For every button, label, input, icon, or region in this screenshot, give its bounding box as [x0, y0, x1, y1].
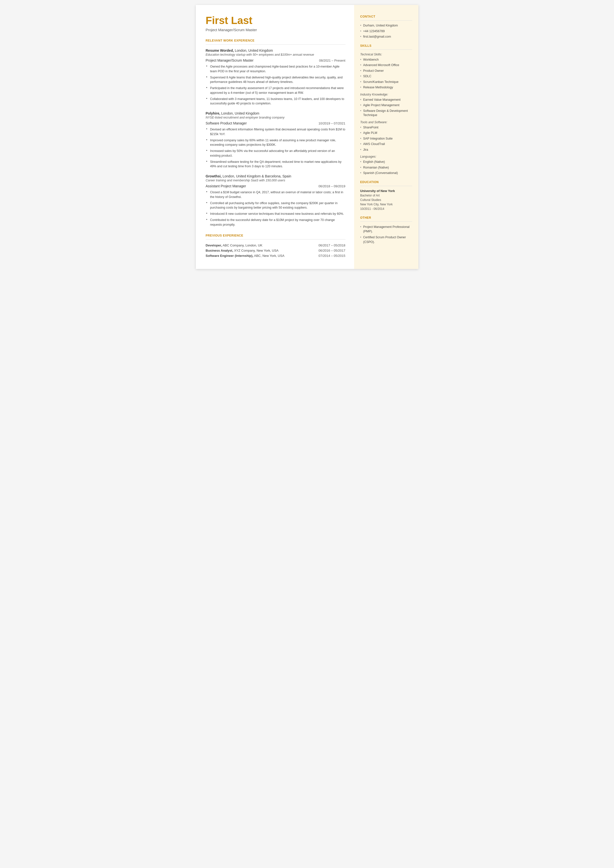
other-item-2: Certified Scrum Product Owner (CSPO).: [360, 235, 412, 244]
bullet-item: Collaborated with 3 management teams, 11…: [206, 97, 346, 106]
bullet-item: Closed a $1M budget variance in Q4, 2017…: [206, 190, 346, 199]
job-3-desc: Career training and membership SaaS with…: [206, 179, 346, 182]
prev-exp-1-bold: Developer,: [206, 244, 222, 247]
skill-item: Earned Value Management: [360, 98, 412, 102]
job-2: Polyhire, London, United Kingdom NYSE-li…: [206, 111, 346, 169]
job-3: Growthsi, London, United Kingdom & Barce…: [206, 174, 346, 227]
prev-exp-2-dates: 06/2016 – 05/2017: [318, 248, 345, 252]
job-1-desc: Education technology startup with 50+ em…: [206, 53, 346, 56]
previous-exp-title: PREVIOUS EXPERIENCE: [206, 234, 346, 237]
tools-label: Tools and Software:: [360, 121, 412, 124]
prev-exp-3-bold: Software Engineer (Internship),: [206, 254, 253, 258]
skill-item: SDLC: [360, 74, 412, 79]
contact-location: Durham, United Kingdom: [360, 23, 412, 28]
job-3-company-rest: London, United Kingdom & Barcelona, Spai…: [222, 174, 291, 178]
edu-degree: Bachelor of Art: [360, 193, 412, 198]
technical-list: Workbench Advanced Microsoft Office Prod…: [360, 57, 412, 90]
job-3-bullets: Closed a $1M budget variance in Q4, 2017…: [206, 190, 346, 227]
skill-item: Agile PLM: [360, 131, 412, 135]
prev-exp-3-dates: 07/2014 – 05/2015: [318, 254, 345, 258]
edu-field: Cultural Studies: [360, 198, 412, 202]
skill-item: Workbench: [360, 57, 412, 62]
job-2-dates: 10/2019 – 07/2021: [318, 121, 345, 125]
prev-exp-1-rest: ABC Company, London, UK: [222, 244, 262, 247]
contact-phone: +44 123456789: [360, 29, 412, 34]
bullet-item: Devised an efficient information filteri…: [206, 127, 346, 137]
skills-title: SKILLS: [360, 44, 412, 48]
job-1-bullets: Owned the Agile processes and championed…: [206, 64, 346, 106]
edu-entry-1: University of New York Bachelor of Art C…: [360, 189, 412, 211]
job-3-company-bold: Growthsi,: [206, 174, 222, 178]
job-2-role-row: Software Product Manager 10/2019 – 07/20…: [206, 121, 346, 125]
relevant-work-title: RELEVANT WORK EXPERIENCE: [206, 39, 346, 42]
job-1-company-rest: London, United Kingdom: [234, 48, 273, 53]
prev-exp-3-rest: ABC, New York, USA: [253, 254, 284, 258]
bullet-item: Contributed to the successful delivery d…: [206, 218, 346, 227]
prev-exp-3: Software Engineer (Internship), ABC, New…: [206, 254, 346, 258]
job-2-role: Software Product Manager: [206, 121, 247, 125]
bullet-item: Improved company sales by 60% within 11 …: [206, 138, 346, 148]
contact-title: CONTACT: [360, 15, 412, 18]
bullet-item: Streamlined software testing for the QA …: [206, 160, 346, 169]
skill-item: Agile Project Management: [360, 103, 412, 108]
job-3-company: Growthsi, London, United Kingdom & Barce…: [206, 174, 346, 178]
job-2-bullets: Devised an efficient information filteri…: [206, 127, 346, 169]
bullet-item: Supervised 8 Agile teams that delivered …: [206, 75, 346, 85]
prev-exp-1: Developer, ABC Company, London, UK 06/20…: [206, 244, 346, 247]
bullet-item: Increased sales by 50% via the successfu…: [206, 149, 346, 158]
job-3-role-row: Assistant Project Manager 06/2018 – 09/2…: [206, 184, 346, 188]
job-3-role: Assistant Project Manager: [206, 184, 246, 188]
languages-label: Languages:: [360, 155, 412, 158]
prev-exp-1-dates: 06/2017 – 05/2018: [318, 244, 345, 247]
skill-item: SharePoint: [360, 126, 412, 130]
left-column: First Last Project Manager/Scrum Master …: [196, 5, 354, 269]
job-1: Resume Worded, London, United Kingdom Ed…: [206, 48, 346, 106]
job-1-role: Project Manager/Scrum Master: [206, 58, 254, 62]
prev-exp-3-text: Software Engineer (Internship), ABC, New…: [206, 254, 285, 258]
bullet-item: Owned the Agile processes and championed…: [206, 64, 346, 74]
tools-list: SharePoint Agile PLM SAP Integration Sui…: [360, 126, 412, 152]
job-1-role-row: Project Manager/Scrum Master 08/2021 – P…: [206, 58, 346, 62]
prev-exp-1-text: Developer, ABC Company, London, UK: [206, 244, 263, 247]
skill-item: Jira: [360, 148, 412, 152]
contact-list: Durham, United Kingdom +44 123456789 fir…: [360, 23, 412, 39]
job-2-company-rest: London, United Kingdom: [220, 111, 259, 115]
skill-item: Scrum/Kanban Technique: [360, 80, 412, 84]
education-title: EDUCATION: [360, 180, 412, 184]
bullet-item: Controlled all purchasing activity for o…: [206, 201, 346, 210]
job-1-company: Resume Worded, London, United Kingdom: [206, 48, 346, 53]
prev-exp-2-rest: XYZ Company, New York, USA: [233, 248, 278, 252]
relevant-work-divider: [206, 44, 346, 45]
skill-item: Advanced Microsoft Office: [360, 63, 412, 68]
bullet-item: Introduced 8 new customer service techni…: [206, 211, 346, 216]
language-item: English (Native): [360, 160, 412, 164]
technical-label: Technical Skills:: [360, 53, 412, 56]
education-divider: [360, 186, 412, 186]
job-2-company-bold: Polyhire,: [206, 111, 220, 115]
other-title: OTHER: [360, 216, 412, 219]
language-item: Spanish (Conversational): [360, 171, 412, 175]
edu-dates: 10/2011 - 06/2014: [360, 207, 412, 211]
edu-location: New York City, New York: [360, 202, 412, 207]
job-2-desc: NYSE-listed recruitment and employer bra…: [206, 116, 346, 119]
skill-item: Release Methodology: [360, 85, 412, 90]
industry-label: Industry Knowledge:: [360, 93, 412, 96]
other-item-1: Project Management Professional (PMP).: [360, 225, 412, 234]
right-column: CONTACT Durham, United Kingdom +44 12345…: [354, 5, 419, 269]
skill-item: SAP Integration Suite: [360, 137, 412, 141]
candidate-title: Project Manager/Scrum Master: [206, 28, 346, 32]
skill-item: AWS CloudTrail: [360, 142, 412, 146]
job-3-dates: 06/2018 – 09/2019: [318, 184, 345, 188]
edu-uni: University of New York: [360, 189, 412, 193]
job-1-company-bold: Resume Worded,: [206, 48, 234, 53]
skill-item: Product Owner: [360, 69, 412, 73]
prev-exp-2-text: Business Analyst, XYZ Company, New York,…: [206, 248, 279, 252]
job-2-company: Polyhire, London, United Kingdom: [206, 111, 346, 115]
language-item: Romanian (Native): [360, 166, 412, 170]
resume-container: First Last Project Manager/Scrum Master …: [196, 5, 419, 269]
job-1-dates: 08/2021 – Present: [319, 59, 345, 62]
prev-exp-2-bold: Business Analyst,: [206, 248, 233, 252]
candidate-name: First Last: [206, 15, 346, 26]
industry-list: Earned Value Management Agile Project Ma…: [360, 98, 412, 118]
skill-item: Software Design & Development Technique: [360, 109, 412, 118]
